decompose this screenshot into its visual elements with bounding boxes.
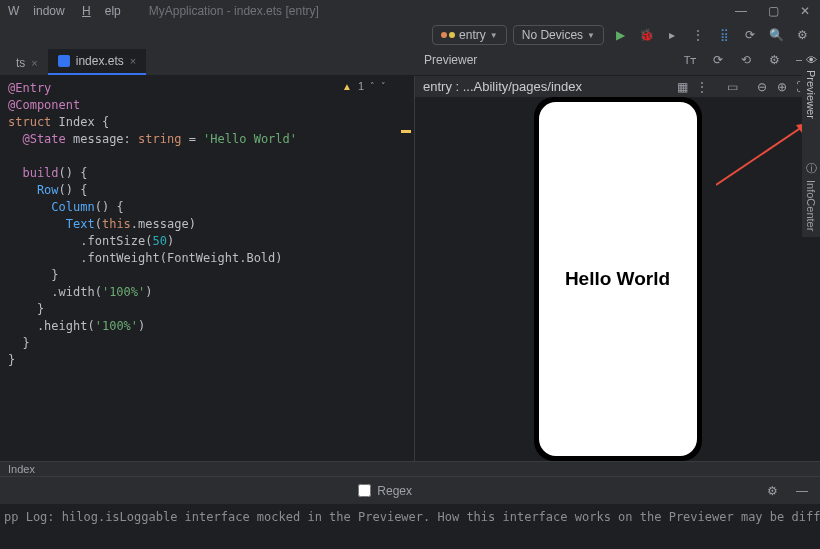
device-frame: Hello World: [534, 97, 702, 461]
previewer-panel-title: Previewer: [424, 53, 477, 67]
settings-icon[interactable]: ⚙: [762, 481, 782, 501]
chevron-down-icon[interactable]: ˅: [381, 81, 386, 91]
svg-line-1: [716, 123, 808, 185]
maximize-button[interactable]: ▢: [766, 4, 780, 18]
grid-icon[interactable]: ▦: [672, 77, 692, 97]
frame-icon[interactable]: ▭: [722, 77, 742, 97]
menu-window[interactable]: WWindow: [8, 4, 65, 18]
window-title: MyApplication - index.ets [entry]: [149, 4, 319, 18]
breadcrumb[interactable]: Index: [0, 461, 820, 476]
more-actions-icon[interactable]: ⋮: [688, 25, 708, 45]
module-selector[interactable]: entry ▼: [432, 25, 507, 45]
zoom-out-icon[interactable]: ⊖: [752, 77, 772, 97]
chevron-down-icon: ▼: [490, 31, 498, 40]
menu-help[interactable]: Help: [82, 4, 121, 18]
svg-rect-0: [58, 55, 70, 67]
ets-file-icon: [58, 55, 70, 67]
eye-icon: 👁: [806, 54, 817, 66]
warning-icon: ▲: [342, 81, 352, 92]
console-output[interactable]: pp Log: hilog.isLoggable interface mocke…: [0, 504, 820, 549]
more-icon[interactable]: ⋮: [692, 77, 712, 97]
chevron-up-icon[interactable]: ˄: [370, 81, 375, 91]
module-icon: [441, 32, 447, 38]
settings-icon[interactable]: ⚙: [764, 50, 784, 70]
device-screen[interactable]: Hello World: [539, 102, 697, 456]
auto-refresh-icon[interactable]: ⟲: [736, 50, 756, 70]
preview-text: Hello World: [565, 268, 670, 290]
text-scale-icon[interactable]: Tᴛ: [680, 50, 700, 70]
preview-path: entry : ...Ability/pages/index: [423, 79, 582, 94]
search-icon[interactable]: 🔍: [766, 25, 786, 45]
run-button[interactable]: ▶: [610, 25, 630, 45]
profile-button[interactable]: ▸: [662, 25, 682, 45]
tab-index-ets[interactable]: index.ets ×: [48, 49, 146, 75]
device-manager-icon[interactable]: ⣿: [714, 25, 734, 45]
minimize-panel-icon[interactable]: —: [792, 481, 812, 501]
chevron-down-icon: ▼: [587, 31, 595, 40]
right-tab-previewer[interactable]: 👁 Previewer: [803, 48, 819, 125]
tab-ts[interactable]: ts ×: [6, 51, 48, 75]
device-selector[interactable]: No Devices ▼: [513, 25, 604, 45]
right-tab-infocenter[interactable]: ⓘ InfoCenter: [803, 155, 819, 237]
close-icon[interactable]: ×: [31, 57, 37, 69]
debug-button[interactable]: 🐞: [636, 25, 656, 45]
annotation-arrow: [716, 119, 816, 189]
sync-icon[interactable]: ⟳: [740, 25, 760, 45]
refresh-icon[interactable]: ⟳: [708, 50, 728, 70]
zoom-in-icon[interactable]: ⊕: [772, 77, 792, 97]
close-button[interactable]: ✕: [798, 4, 812, 18]
warning-marker[interactable]: [401, 130, 411, 133]
settings-icon[interactable]: ⚙: [792, 25, 812, 45]
minimize-button[interactable]: —: [734, 4, 748, 18]
inspection-badge[interactable]: ▲ 1 ˄ ˅: [342, 80, 386, 92]
info-icon: ⓘ: [806, 161, 817, 176]
close-icon[interactable]: ×: [130, 55, 136, 67]
regex-checkbox[interactable]: Regex: [358, 484, 412, 498]
code-editor[interactable]: @Entry @Component struct Index { @State …: [0, 76, 414, 461]
